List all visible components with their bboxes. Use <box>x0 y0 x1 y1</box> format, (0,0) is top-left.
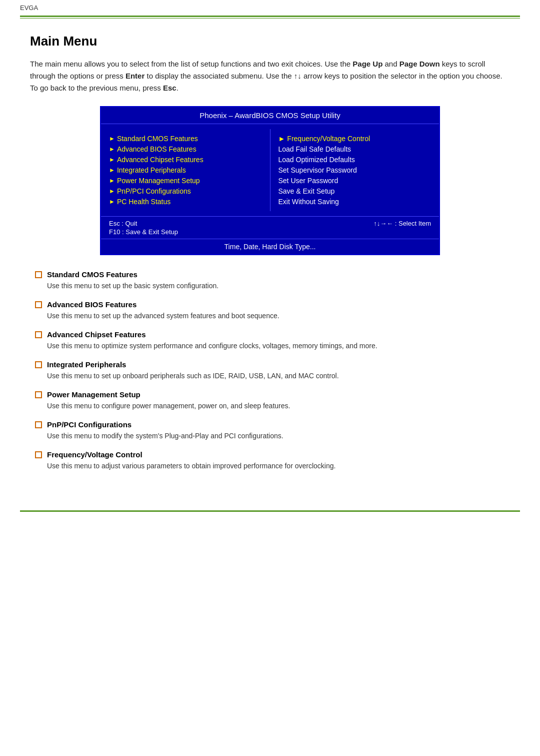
bios-item-label: Advanced BIOS Features <box>117 145 196 153</box>
bios-item-power[interactable]: ► Power Management Setup <box>109 177 262 185</box>
bios-item-set-supervisor[interactable]: Set Supervisor Password <box>278 166 432 174</box>
bios-item-set-user[interactable]: Set User Password <box>278 177 432 185</box>
bios-item-load-failsafe[interactable]: Load Fail Safe Defaults <box>278 145 432 153</box>
section-advanced-chipset: Advanced Chipset Features Use this menu … <box>30 330 510 351</box>
arrow-icon: ► <box>109 188 115 195</box>
section-title: Advanced Chipset Features <box>47 330 146 339</box>
section-title: Advanced BIOS Features <box>47 300 136 309</box>
section-desc: Use this menu to modify the system's Plu… <box>35 431 510 441</box>
intro-text-1: The main menu allows you to select from … <box>30 60 352 68</box>
intro-text-5: . <box>176 84 178 92</box>
bios-footer-esc: Esc : Quit <box>109 220 178 227</box>
top-green-line-thick <box>20 16 520 17</box>
arrow-icon: ► <box>278 135 286 143</box>
intro-bold-2: Page Down <box>400 60 440 68</box>
section-header: Standard CMOS Features <box>35 270 510 279</box>
bios-item-label: PC Health Status <box>117 198 170 206</box>
bios-status-bar: Time, Date, Hard Disk Type... <box>101 239 439 254</box>
section-desc: Use this menu to adjust various paramete… <box>35 461 510 471</box>
checkbox-icon <box>35 361 42 368</box>
section-desc: Use this menu to set up the basic system… <box>35 281 510 291</box>
bios-item-standard-cmos[interactable]: ► Standard CMOS Features <box>109 135 262 143</box>
section-title: Frequency/Voltage Control <box>47 450 142 459</box>
arrow-icon: ► <box>109 198 115 205</box>
bios-item-label: Integrated Peripherals <box>117 166 186 174</box>
section-title: Standard CMOS Features <box>47 270 138 279</box>
intro-text-2: and <box>382 60 399 68</box>
bios-footer-left: Esc : Quit F10 : Save & Exit Setup <box>109 220 178 236</box>
bios-item-save-exit[interactable]: Save & Exit Setup <box>278 187 432 195</box>
section-header: Frequency/Voltage Control <box>35 450 510 459</box>
section-header: Integrated Peripherals <box>35 360 510 369</box>
arrow-icon: ► <box>109 146 115 153</box>
bios-left-column: ► Standard CMOS Features ► Advanced BIOS… <box>101 129 270 211</box>
arrow-icon: ► <box>109 177 115 184</box>
arrow-icon: ► <box>109 156 115 163</box>
section-title: PnP/PCI Configurations <box>47 420 132 429</box>
bios-item-label: Standard CMOS Features <box>117 135 198 143</box>
intro-bold-3: Enter <box>126 72 144 80</box>
bios-item-integrated[interactable]: ► Integrated Peripherals <box>109 166 262 174</box>
section-header: Power Management Setup <box>35 390 510 399</box>
bios-item-label: Power Management Setup <box>117 177 200 185</box>
checkbox-icon <box>35 331 42 338</box>
checkbox-icon <box>35 301 42 308</box>
intro-paragraph: The main menu allows you to select from … <box>30 58 510 94</box>
checkbox-icon <box>35 421 42 428</box>
bios-item-pnp[interactable]: ► PnP/PCI Configurations <box>109 187 262 195</box>
intro-bold-1: Page Up <box>352 60 382 68</box>
page-title: Main Menu <box>30 34 510 49</box>
section-advanced-bios: Advanced BIOS Features Use this menu to … <box>30 300 510 321</box>
section-header: Advanced BIOS Features <box>35 300 510 309</box>
bios-item-label: Frequency/Voltage Control <box>287 135 370 143</box>
section-pnp-pci: PnP/PCI Configurations Use this menu to … <box>30 420 510 441</box>
brand-label: EVGA <box>0 0 540 16</box>
checkbox-icon <box>35 451 42 458</box>
section-desc: Use this menu to configure power managem… <box>35 401 510 411</box>
bottom-green-line <box>20 510 520 512</box>
arrow-icon: ► <box>109 135 115 142</box>
section-header: PnP/PCI Configurations <box>35 420 510 429</box>
bios-footer-right: ↑↓→← : Select Item <box>374 220 431 236</box>
bios-menu-area: ► Standard CMOS Features ► Advanced BIOS… <box>101 124 439 216</box>
bios-footer-f10: F10 : Save & Exit Setup <box>109 228 178 236</box>
bios-item-freq-voltage[interactable]: ►Frequency/Voltage Control <box>278 135 432 143</box>
bios-setup-box: Phoenix – AwardBIOS CMOS Setup Utility ►… <box>100 106 440 255</box>
bios-item-advanced-chipset[interactable]: ► Advanced Chipset Features <box>109 156 262 164</box>
section-desc: Use this menu to set up onboard peripher… <box>35 371 510 381</box>
checkbox-icon <box>35 391 42 398</box>
section-standard-cmos: Standard CMOS Features Use this menu to … <box>30 270 510 291</box>
arrow-icon: ► <box>109 167 115 174</box>
bios-title-bar: Phoenix – AwardBIOS CMOS Setup Utility <box>101 107 439 124</box>
section-header: Advanced Chipset Features <box>35 330 510 339</box>
section-power-management: Power Management Setup Use this menu to … <box>30 390 510 411</box>
bios-footer: Esc : Quit F10 : Save & Exit Setup ↑↓→← … <box>101 216 439 239</box>
bios-item-label: PnP/PCI Configurations <box>117 187 191 195</box>
section-title: Integrated Peripherals <box>47 360 126 369</box>
section-title: Power Management Setup <box>47 390 140 399</box>
bios-item-pc-health[interactable]: ► PC Health Status <box>109 198 262 206</box>
bios-item-label: Advanced Chipset Features <box>117 156 204 164</box>
section-desc: Use this menu to optimize system perform… <box>35 341 510 351</box>
intro-bold-4: Esc <box>163 84 176 92</box>
bios-item-exit-without[interactable]: Exit Without Saving <box>278 198 432 206</box>
bios-right-column: ►Frequency/Voltage Control Load Fail Saf… <box>270 129 440 211</box>
section-freq-voltage: Frequency/Voltage Control Use this menu … <box>30 450 510 471</box>
section-desc: Use this menu to set up the advanced sys… <box>35 311 510 321</box>
bios-item-advanced-bios[interactable]: ► Advanced BIOS Features <box>109 145 262 153</box>
checkbox-icon <box>35 271 42 278</box>
section-integrated-peripherals: Integrated Peripherals Use this menu to … <box>30 360 510 381</box>
bios-item-load-optimized[interactable]: Load Optimized Defaults <box>278 156 432 164</box>
